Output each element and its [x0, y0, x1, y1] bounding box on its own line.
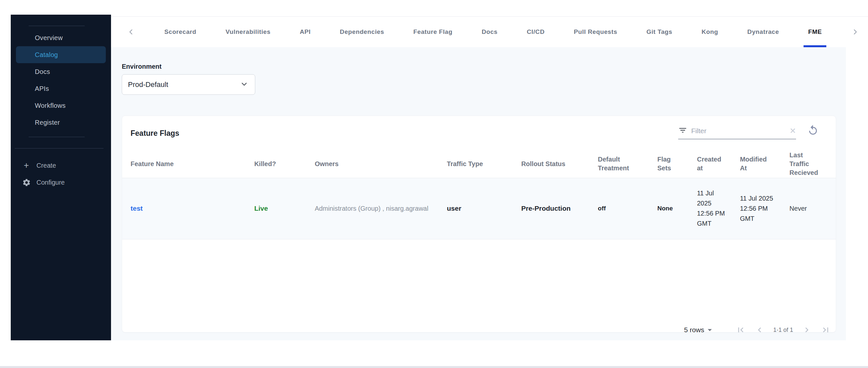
- table-cell: 11 Jul 2025 12:56 PM GMT: [740, 178, 789, 239]
- last-page-icon[interactable]: [818, 323, 833, 337]
- previous-page-icon[interactable]: [752, 323, 767, 337]
- tab-ci-cd[interactable]: CI/CD: [527, 16, 545, 47]
- sidebar-action-configure[interactable]: Configure: [11, 174, 111, 191]
- cell-value: Pre-Production: [521, 205, 571, 212]
- sidebar-actions: +CreateConfigure: [11, 149, 111, 191]
- table-cell: 11 Jul 2025 12:56 PM GMT: [697, 178, 740, 239]
- arrow-dropdown-icon: [705, 325, 715, 335]
- environment-label: Environment: [122, 63, 161, 70]
- column-header: Traffic Type: [447, 150, 521, 178]
- main-area: ScorecardVulnerabilitiesAPIDependenciesF…: [111, 0, 868, 368]
- cell-value: 11 Jul 2025 12:56 PM GMT: [697, 189, 725, 227]
- sidebar-spacer2: [11, 137, 111, 148]
- tab-scorecard[interactable]: Scorecard: [164, 16, 196, 47]
- sidebar: OverviewCatalogDocsAPIsWorkflowsRegister…: [11, 14, 111, 340]
- tab-docs[interactable]: Docs: [482, 16, 497, 47]
- tab-fme[interactable]: FME: [808, 16, 822, 47]
- sidebar-item-docs[interactable]: Docs: [16, 63, 106, 80]
- sidebar-action-create[interactable]: +Create: [11, 157, 111, 174]
- tab-dependencies[interactable]: Dependencies: [340, 16, 384, 47]
- cell-value: user: [447, 205, 461, 212]
- next-page-icon[interactable]: [800, 323, 814, 337]
- gear-icon: [22, 178, 31, 187]
- column-header: Modified At: [740, 150, 789, 178]
- plus-glyph: +: [24, 161, 29, 170]
- sidebar-item-apis[interactable]: APIs: [16, 80, 106, 97]
- plus-icon: +: [22, 161, 31, 170]
- cell-value: Never: [789, 205, 807, 212]
- table-header-row: Feature NameKilled?OwnersTraffic TypeRol…: [122, 150, 836, 178]
- sidebar-item-workflows[interactable]: Workflows: [16, 97, 106, 114]
- tabs: ScorecardVulnerabilitiesAPIDependenciesF…: [127, 16, 860, 47]
- sidebar-item-register[interactable]: Register: [16, 114, 106, 131]
- sidebar-top-spacer: [11, 14, 111, 26]
- column-header: Last Traffic Recieved: [789, 150, 836, 178]
- column-header: Killed?: [254, 150, 315, 178]
- pagination: 5 rows 1-1 of 1: [684, 322, 833, 338]
- sidebar-spacer: [11, 131, 111, 137]
- feature-flags-card: Feature Flags ✕ Feature NameKilled?Ow: [122, 116, 836, 333]
- table-cell: Administrators (Group) , nisarg.agrawal: [315, 178, 447, 239]
- pagination-range: 1-1 of 1: [771, 327, 795, 334]
- filter-field: ✕: [678, 126, 796, 140]
- tab-vulnerabilities[interactable]: Vulnerabilities: [226, 16, 271, 47]
- column-header: Owners: [315, 150, 447, 178]
- filter-icon: [678, 126, 687, 136]
- feature-flags-table: Feature NameKilled?OwnersTraffic TypeRol…: [122, 150, 836, 239]
- table-cell: test: [122, 178, 254, 239]
- tab-feature-flag[interactable]: Feature Flag: [413, 16, 453, 47]
- table-row: testLiveAdministrators (Group) , nisarg.…: [122, 178, 836, 239]
- cell-value: Live: [254, 205, 268, 212]
- table-cell: Live: [254, 178, 315, 239]
- column-header: Rollout Status: [521, 150, 598, 178]
- tab-git-tags[interactable]: Git Tags: [647, 16, 672, 47]
- table-cell: Never: [789, 178, 836, 239]
- cell-value: None: [657, 205, 673, 212]
- feature-name-link[interactable]: test: [130, 205, 143, 212]
- sidebar-action-label: Create: [36, 162, 56, 170]
- column-header: Flag Sets: [657, 150, 697, 178]
- card-header: Feature Flags ✕: [122, 116, 836, 150]
- page-title: Feature Flags: [130, 129, 179, 138]
- refresh-icon[interactable]: [807, 124, 819, 137]
- environment-select[interactable]: Prod-Default: [122, 74, 255, 95]
- clear-filter-icon[interactable]: ✕: [789, 127, 796, 135]
- tab-dynatrace[interactable]: Dynatrace: [747, 16, 779, 47]
- rows-per-page-select[interactable]: 5 rows: [684, 325, 715, 335]
- cell-value: 11 Jul 2025 12:56 PM GMT: [740, 195, 773, 222]
- table-cell: Pre-Production: [521, 178, 598, 239]
- rows-per-page-value: 5 rows: [684, 326, 704, 334]
- column-header: Feature Name: [122, 150, 254, 178]
- content-area: Environment Prod-Default Feature Flags ✕: [111, 47, 846, 340]
- tabs-scroll-left-icon[interactable]: [127, 28, 135, 36]
- tab-bar: ScorecardVulnerabilitiesAPIDependenciesF…: [111, 0, 868, 47]
- tab-api[interactable]: API: [300, 16, 311, 47]
- table-cell: user: [447, 178, 521, 239]
- bottom-strip: [0, 366, 868, 368]
- table-cell: off: [598, 178, 657, 239]
- cell-value: Administrators (Group) , nisarg.agrawal: [315, 205, 429, 212]
- tabs-scroll-right-icon[interactable]: [851, 28, 860, 36]
- sidebar-item-catalog[interactable]: Catalog: [16, 46, 106, 63]
- sidebar-nav: OverviewCatalogDocsAPIsWorkflowsRegister: [11, 26, 111, 131]
- column-header: Created at: [697, 150, 740, 178]
- first-page-icon[interactable]: [734, 323, 748, 337]
- environment-selected-value: Prod-Default: [128, 81, 168, 89]
- sidebar-item-overview[interactable]: Overview: [16, 29, 106, 46]
- cell-value: off: [598, 205, 606, 212]
- tab-pull-requests[interactable]: Pull Requests: [574, 16, 617, 47]
- tab-kong[interactable]: Kong: [702, 16, 718, 47]
- page: OverviewCatalogDocsAPIsWorkflowsRegister…: [0, 0, 868, 368]
- filter-input[interactable]: [691, 127, 786, 135]
- column-header: Default Treatment: [598, 150, 657, 178]
- sidebar-action-label: Configure: [36, 179, 65, 186]
- table-cell: None: [657, 178, 697, 239]
- chevron-down-icon: [240, 80, 248, 90]
